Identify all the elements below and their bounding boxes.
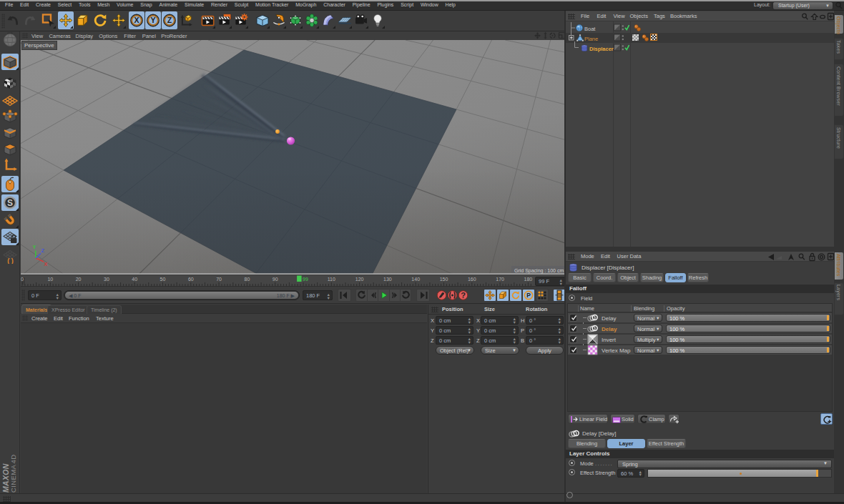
svg-text:Y: Y bbox=[150, 16, 155, 24]
svg-text:170: 170 bbox=[496, 277, 504, 282]
svg-text:S: S bbox=[7, 198, 13, 208]
svg-text:120: 120 bbox=[355, 277, 364, 282]
svg-text:0: 0 bbox=[21, 277, 24, 282]
svg-text:160: 160 bbox=[468, 277, 476, 282]
svg-text:X: X bbox=[134, 16, 139, 24]
svg-text:30: 30 bbox=[104, 277, 109, 282]
svg-text:40: 40 bbox=[132, 277, 137, 282]
svg-text:90: 90 bbox=[273, 277, 278, 282]
svg-text:70: 70 bbox=[216, 277, 222, 282]
svg-text:99: 99 bbox=[303, 277, 308, 282]
svg-text:60: 60 bbox=[188, 277, 194, 282]
svg-text:130: 130 bbox=[383, 277, 392, 282]
svg-text:( ): ( ) bbox=[7, 257, 14, 265]
svg-text:Grid Spacing : 100 cm: Grid Spacing : 100 cm bbox=[514, 268, 564, 274]
svg-text:140: 140 bbox=[411, 277, 420, 282]
svg-text:20: 20 bbox=[76, 277, 82, 282]
svg-text:80: 80 bbox=[245, 277, 250, 282]
svg-text:Y: Y bbox=[33, 244, 36, 250]
svg-text:Z: Z bbox=[41, 247, 45, 254]
svg-text:10: 10 bbox=[47, 277, 53, 282]
svg-text:180: 180 bbox=[524, 277, 533, 282]
svg-text:50: 50 bbox=[160, 277, 166, 282]
svg-text:110: 110 bbox=[328, 277, 335, 282]
svg-text:X: X bbox=[44, 261, 48, 267]
svg-text:P: P bbox=[526, 292, 531, 299]
svg-text:Z: Z bbox=[167, 16, 172, 24]
svg-text:?: ? bbox=[461, 291, 466, 300]
svg-text:150: 150 bbox=[440, 277, 448, 282]
